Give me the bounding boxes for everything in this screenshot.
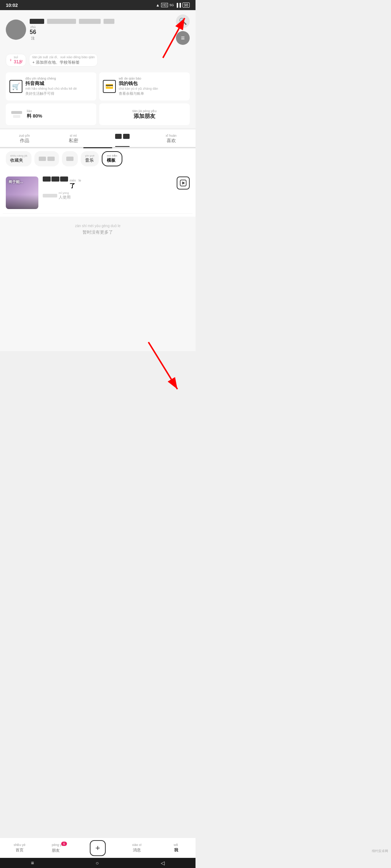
- status-time: 10:02: [6, 3, 18, 8]
- tab-works[interactable]: zuò pǐn 作品: [0, 129, 49, 147]
- search-button[interactable]: 🔍: [176, 14, 190, 28]
- signal-badge: 5G: [169, 3, 174, 7]
- shop-card[interactable]: 🛒 dǒu yīn shāng chéng 抖音商城 měi hǎo shēng…: [6, 72, 96, 101]
- wallet-sub-pinyin: chá kàn yú é yǔ zhàng dān: [119, 87, 158, 90]
- tab-likes-pinyin: xǐ huān: [147, 134, 196, 137]
- tab-works-label: 作品: [0, 137, 49, 144]
- profile-name-row: [30, 19, 172, 24]
- gender-icon: ♀: [9, 58, 12, 63]
- video-title-char: 了: [70, 183, 75, 189]
- coll-tab-music-label: 音乐: [85, 158, 94, 163]
- wallet-card[interactable]: 💳 wǒ de qián bāo 我的钱包 chá kàn yú é yǔ zh…: [99, 72, 190, 101]
- following-count[interactable]: zhù 56 注: [30, 25, 36, 41]
- wallet-icon: 💳: [103, 80, 116, 93]
- no-more-section: zàn shí méi yǒu gèng duō le 暂时没有更多了: [0, 217, 196, 243]
- video-title-block1: [43, 176, 51, 182]
- shop-sub: 美好生活触手可得: [25, 91, 77, 96]
- add-tags-label: + 添加所在地、学校等标签: [32, 60, 79, 64]
- add-tags-pinyin: tiān jiā suǒ zài dì、xué xiào děng biāo q…: [32, 55, 94, 60]
- cart-icon: 🛒: [9, 80, 22, 93]
- video-info: mén le 了 mǐ yòng 人使用: [43, 176, 172, 209]
- profile-row: zhù 56 注 🔍 ≡: [6, 14, 190, 45]
- coll-tab-music[interactable]: yīn yuè 音乐: [81, 151, 99, 166]
- shop-title: 抖音商城: [25, 80, 77, 87]
- profile-complete-icon: [9, 107, 24, 122]
- name-block2: [47, 19, 76, 24]
- avatar[interactable]: [6, 20, 26, 40]
- coll-tab-template[interactable]: mó bǎn 模板: [102, 151, 122, 166]
- shop-card-text: dǒu yīn shāng chéng 抖音商城 měi hǎo shēng h…: [25, 77, 77, 96]
- video-title-block2: [51, 176, 59, 182]
- status-bar: 10:02 ▲ HD 5G ▐▐ 98: [0, 0, 196, 10]
- profile-complete-text: liào 料 80%: [27, 109, 42, 119]
- add-friend-card[interactable]: tiān jiā péng yǒu 添加朋友: [99, 103, 190, 125]
- tab-collections-label: [98, 134, 147, 139]
- coll-tab-3-icon: [66, 157, 73, 161]
- video-thumb-text: 终于能…: [9, 179, 23, 184]
- menu-icon: ≡: [181, 34, 185, 42]
- coll-tab-2-icon2: [47, 157, 55, 161]
- video-sub-block: [43, 194, 57, 197]
- no-more-pinyin: zàn shí méi yǒu gèng duō le: [7, 224, 188, 228]
- profile-info: zhù 56 注: [30, 19, 172, 41]
- add-friend-label: 添加朋友: [133, 113, 157, 120]
- coll-tab-3[interactable]: [62, 151, 78, 166]
- wallet-title: 我的钱包: [119, 80, 158, 87]
- name-block4: [104, 19, 114, 24]
- header-right: 🔍 ≡: [176, 14, 190, 45]
- video-thumbnail: 终于能…: [6, 176, 38, 209]
- complete-pinyin: liào: [27, 109, 42, 113]
- tab-private-label: 私密: [49, 137, 98, 144]
- tab-collections[interactable]: [98, 129, 147, 147]
- following-pinyin: zhù: [30, 25, 36, 29]
- coll-tab-template-label: 模板: [107, 158, 115, 163]
- age-pinyin: suì: [14, 55, 23, 59]
- coll-tab-favorites[interactable]: shōu cáng jiā 收藏夹: [6, 151, 31, 166]
- svg-marker-3: [182, 182, 185, 184]
- coll-tab-2-icon: [39, 157, 46, 161]
- tab-indicator-active: [83, 147, 112, 148]
- menu-button[interactable]: ≡: [176, 31, 190, 45]
- battery-icon: 98: [182, 3, 190, 8]
- add-tags-button[interactable]: tiān jiā suǒ zài dì、xué xiào děng biāo q…: [29, 54, 98, 67]
- video-sub-text: 人使用: [59, 195, 71, 199]
- following-label: 注: [31, 36, 35, 40]
- tab-indicator: [0, 147, 196, 148]
- follow-count-area: zhù 56 注: [30, 25, 172, 41]
- hd-badge: HD: [161, 3, 168, 7]
- header-area: zhù 56 注 🔍 ≡: [0, 10, 196, 51]
- age-label: 31岁: [14, 59, 23, 64]
- collection-tabs: shōu cáng jiā 收藏夹 yīn yuè 音乐 mó bǎn 模板: [0, 148, 196, 169]
- empty-space: [0, 243, 196, 351]
- tab-works-pinyin: zuò pǐn: [0, 134, 49, 137]
- signal-bars-icon: ▐▐: [175, 3, 181, 7]
- video-item[interactable]: 终于能… mén le 了 mǐ yòng 人使用: [3, 172, 193, 214]
- wallet-sub: 查看余额与账单: [119, 91, 158, 96]
- content-area: 终于能… mén le 了 mǐ yòng 人使用: [0, 169, 196, 217]
- shop-pinyin: dǒu yīn shāng chéng: [25, 77, 77, 80]
- name-block3: [79, 19, 101, 24]
- coll-tab-2[interactable]: [34, 151, 59, 166]
- age-badge: ♀ suì 31岁: [6, 54, 26, 67]
- age-tags-row: ♀ suì 31岁 tiān jiā suǒ zài dì、xué xiào d…: [0, 51, 196, 69]
- wallet-pinyin: wǒ de qián bāo: [119, 77, 158, 80]
- wifi-icon: ▲: [156, 3, 160, 7]
- profile-complete-card[interactable]: liào 料 80%: [6, 103, 96, 125]
- name-block1: [30, 19, 44, 24]
- tab-private-pinyin: sī mì: [49, 134, 98, 137]
- status-icons: ▲ HD 5G ▐▐ 98: [156, 3, 190, 8]
- search-icon: 🔍: [179, 17, 187, 25]
- tab-likes[interactable]: xǐ huān 喜欢: [147, 129, 196, 147]
- play-icon: [180, 179, 187, 187]
- shop-sub-pinyin: měi hǎo shēng huó chù shǒu kě dé: [25, 87, 77, 90]
- action-cards-row1: 🛒 dǒu yīn shāng chéng 抖音商城 měi hǎo shēng…: [0, 69, 196, 103]
- tab-private[interactable]: sī mì 私密: [49, 129, 98, 147]
- video-play-icon[interactable]: [177, 176, 190, 190]
- video-title-row: mén le 了: [43, 176, 172, 190]
- tab-likes-label: 喜欢: [147, 137, 196, 144]
- add-friend-pinyin: tiān jiā péng yǒu: [133, 109, 157, 113]
- wallet-card-text: wǒ de qián bāo 我的钱包 chá kàn yú é yǔ zhàn…: [119, 77, 158, 96]
- no-more-label: 暂时没有更多了: [7, 229, 188, 235]
- complete-label: 料 80%: [27, 113, 42, 119]
- two-cards-row: liào 料 80% tiān jiā péng yǒu 添加朋友: [0, 103, 196, 128]
